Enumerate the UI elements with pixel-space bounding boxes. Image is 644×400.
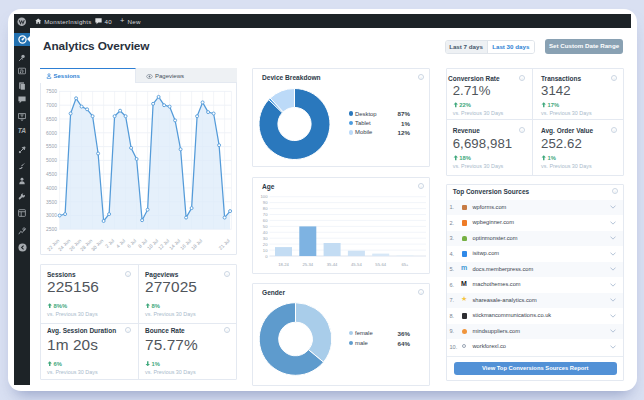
svg-text:65+: 65+ [401, 261, 409, 266]
svg-text:3000: 3000 [46, 213, 57, 218]
svg-text:0: 0 [265, 253, 268, 258]
svg-text:40: 40 [263, 229, 268, 234]
svg-text:4 Jul: 4 Jul [115, 238, 126, 249]
svg-text:18-24: 18-24 [278, 261, 289, 266]
svg-text:50: 50 [263, 223, 268, 228]
svg-text:35-44: 35-44 [327, 261, 338, 266]
svg-text:60: 60 [263, 217, 268, 222]
svg-text:21 Jul: 21 Jul [218, 238, 231, 251]
svg-text:3500: 3500 [46, 200, 57, 205]
svg-text:14 Jul: 14 Jul [169, 238, 182, 251]
svg-text:16 Jul: 16 Jul [180, 238, 193, 251]
svg-text:45-54: 45-54 [351, 261, 362, 266]
svg-text:6000: 6000 [46, 131, 57, 136]
svg-text:20: 20 [263, 241, 268, 246]
svg-text:55-64: 55-64 [375, 261, 386, 266]
svg-text:30 Jun: 30 Jun [90, 238, 104, 252]
svg-text:100: 100 [261, 194, 269, 199]
svg-text:2 Jul: 2 Jul [104, 238, 115, 249]
svg-text:80: 80 [263, 206, 268, 211]
svg-text:5500: 5500 [46, 144, 57, 149]
svg-text:2500: 2500 [46, 227, 57, 232]
svg-text:TA: TA [18, 127, 27, 134]
svg-text:70: 70 [263, 212, 268, 217]
svg-text:25-34: 25-34 [302, 261, 313, 266]
svg-text:6 Jul: 6 Jul [126, 238, 137, 249]
svg-text:7500: 7500 [46, 89, 57, 94]
svg-text:4000: 4000 [46, 186, 57, 191]
svg-text:30: 30 [263, 235, 268, 240]
svg-text:7000: 7000 [46, 103, 57, 108]
svg-text:18 Jul: 18 Jul [191, 238, 204, 251]
svg-text:5000: 5000 [46, 158, 57, 163]
svg-text:90: 90 [263, 200, 268, 205]
svg-text:10: 10 [263, 247, 268, 252]
svg-text:4500: 4500 [46, 172, 57, 177]
svg-text:12 Jul: 12 Jul [158, 238, 171, 251]
svg-text:6500: 6500 [46, 117, 57, 122]
svg-text:10 Jul: 10 Jul [147, 238, 160, 251]
